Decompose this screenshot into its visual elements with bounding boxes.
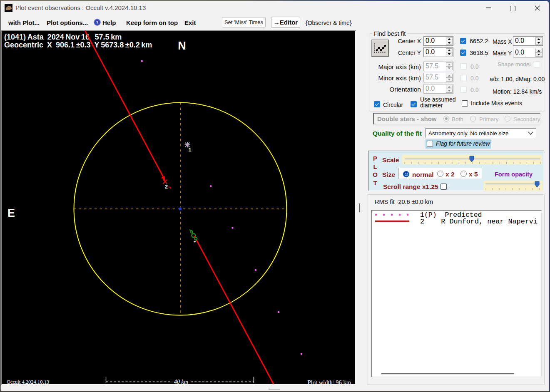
svg-text:?: ? [96, 20, 99, 25]
svg-text:2: 2 [165, 184, 168, 190]
svg-text:N: N [178, 40, 186, 52]
svg-text:40 km: 40 km [174, 379, 188, 385]
svg-text:Occult 4.2024.10.13: Occult 4.2024.10.13 [7, 379, 49, 385]
svg-text:(1041) Asta 2024 Nov 16 57.5: (1041) Asta 2024 Nov 16 57.5 km [4, 33, 122, 41]
svg-text:Plot width: 96 km: Plot width: 96 km [308, 379, 351, 386]
svg-text:1: 1 [189, 147, 192, 153]
svg-text:2 R Dunford, near Napervi: 2 R Dunford, near Napervi [420, 218, 538, 226]
svg-text:Geocentric X 906.1 ±0.3 Y 5673: Geocentric X 906.1 ±0.3 Y 5673.8 ±0.2 km [4, 41, 152, 49]
svg-text:E: E [7, 207, 15, 219]
